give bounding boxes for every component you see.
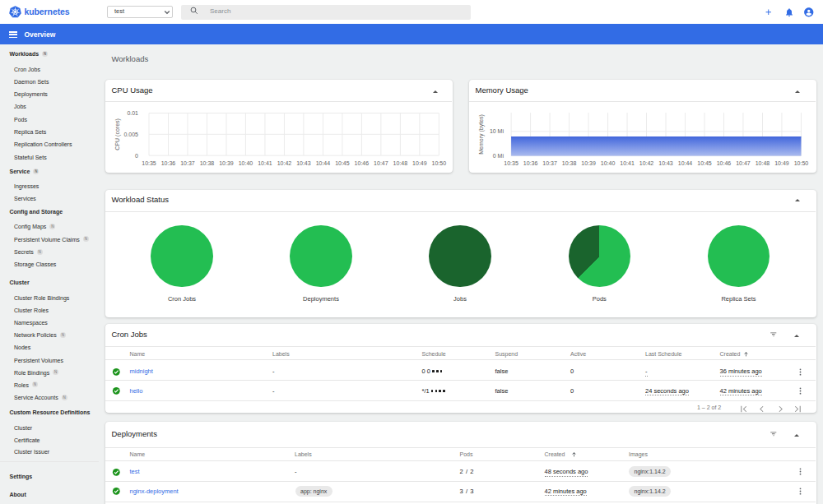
svg-text:10:41: 10:41 — [620, 160, 635, 165]
svg-text:10:35: 10:35 — [504, 160, 518, 165]
svg-text:10:39: 10:39 — [219, 160, 234, 165]
svg-text:10 Mi: 10 Mi — [489, 128, 504, 134]
svg-text:10:40: 10:40 — [238, 160, 253, 165]
svg-text:10:49: 10:49 — [774, 160, 789, 165]
svg-text:CPU (cores): CPU (cores) — [114, 118, 120, 150]
svg-text:10:46: 10:46 — [716, 160, 731, 165]
svg-text:10:50: 10:50 — [793, 160, 808, 165]
svg-text:10:37: 10:37 — [180, 160, 195, 165]
svg-text:10:35: 10:35 — [142, 160, 156, 165]
svg-text:10:50: 10:50 — [431, 160, 446, 165]
svg-text:10:48: 10:48 — [393, 160, 407, 165]
svg-text:0.005: 0.005 — [123, 132, 138, 137]
svg-text:10:49: 10:49 — [412, 160, 427, 165]
svg-text:10:36: 10:36 — [160, 160, 175, 165]
svg-text:10:37: 10:37 — [542, 160, 557, 165]
svg-text:0 Mi: 0 Mi — [492, 153, 504, 159]
svg-text:10:38: 10:38 — [199, 160, 214, 165]
svg-text:10:42: 10:42 — [639, 160, 653, 165]
svg-text:10:47: 10:47 — [736, 160, 751, 165]
svg-text:10:41: 10:41 — [258, 160, 272, 165]
svg-text:10:44: 10:44 — [677, 160, 692, 165]
svg-text:0: 0 — [135, 152, 138, 158]
svg-text:10:45: 10:45 — [697, 160, 712, 165]
svg-text:10:48: 10:48 — [755, 160, 770, 165]
svg-text:10:39: 10:39 — [581, 160, 596, 165]
svg-text:10:43: 10:43 — [658, 160, 673, 165]
svg-text:Memory (bytes): Memory (bytes) — [477, 114, 484, 155]
svg-text:10:43: 10:43 — [296, 160, 311, 165]
svg-text:10:45: 10:45 — [335, 160, 350, 165]
svg-text:10:44: 10:44 — [315, 160, 330, 165]
svg-text:10:38: 10:38 — [561, 160, 576, 165]
svg-text:10:36: 10:36 — [523, 160, 537, 165]
svg-text:10:47: 10:47 — [374, 160, 388, 165]
svg-text:10:40: 10:40 — [600, 160, 615, 165]
svg-text:10:42: 10:42 — [277, 160, 291, 165]
svg-text:10:46: 10:46 — [354, 160, 369, 165]
svg-text:0.01: 0.01 — [127, 110, 138, 116]
